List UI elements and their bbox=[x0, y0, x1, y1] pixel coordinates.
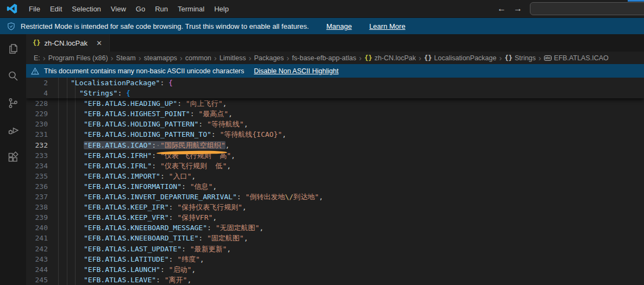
breadcrumb-item-program-files-x86-[interactable]: Program Files (x86) bbox=[48, 54, 108, 62]
code-line[interactable]: 230"EFB.ATLAS.HOLDING_PATTERN": "等待航线", bbox=[26, 119, 644, 129]
code-content[interactable]: "Strings": { bbox=[58, 88, 644, 98]
code-content[interactable]: "EFB.ATLAS.LEAVE": "离开", bbox=[58, 275, 644, 285]
code-lines: 228"EFB.ATLAS.HEADING_UP": "向上飞行",229"EF… bbox=[26, 98, 644, 285]
line-number[interactable]: 244 bbox=[26, 264, 48, 275]
menu-item-run[interactable]: Run bbox=[150, 3, 173, 15]
breadcrumb-item-strings[interactable]: {}Strings bbox=[504, 54, 535, 62]
menu-item-go[interactable]: Go bbox=[131, 3, 150, 15]
line-number[interactable]: 243 bbox=[26, 254, 48, 264]
activitybar-search-icon[interactable] bbox=[6, 69, 20, 83]
code-content[interactable]: "EFB.ATLAS.HOLDING_PATTERN": "等待航线", bbox=[58, 119, 644, 129]
code-line[interactable]: 233"EFB.ATLAS.IFRH": "仪表 飞行规则 高", bbox=[26, 150, 644, 161]
menu-item-terminal[interactable]: Terminal bbox=[173, 3, 209, 15]
code-line[interactable]: 245"EFB.ATLAS.LEAVE": "离开", bbox=[26, 275, 644, 285]
punctuation: : bbox=[190, 110, 195, 118]
menu-item-selection[interactable]: Selection bbox=[67, 3, 105, 15]
code-line[interactable]: 244"EFB.ATLAS.LAUNCH": "启动", bbox=[26, 264, 644, 275]
breadcrumb-item-localisationpackage[interactable]: {}LocalisationPackage bbox=[424, 54, 496, 62]
nav-forward-icon[interactable]: → bbox=[514, 4, 522, 13]
activitybar-run-and-debug-icon[interactable] bbox=[6, 123, 20, 137]
breadcrumb-item-zh-cn-locpak[interactable]: {}zh-CN.locPak bbox=[364, 54, 416, 62]
breadcrumb-item-steamapps[interactable]: steamapps bbox=[144, 54, 177, 62]
line-number[interactable]: 228 bbox=[26, 98, 48, 109]
code-content[interactable]: "EFB.ATLAS.KEEP_IFR": "保持仪表飞行规则", bbox=[58, 202, 644, 212]
code-line[interactable]: 234"EFB.ATLAS.IFRL": "仪表飞行规则 低", bbox=[26, 161, 644, 171]
code-line[interactable]: 229"EFB.ATLAS.HIGHEST_POINT": "最高点", bbox=[26, 109, 644, 119]
code-content[interactable]: "EFB.ATLAS.LATITUDE": "纬度", bbox=[58, 254, 644, 264]
manage-link[interactable]: Manage bbox=[326, 22, 352, 30]
code-content[interactable]: "EFB.ATLAS.LAUNCH": "启动", bbox=[58, 264, 644, 275]
breadcrumb-item-fs-base-efb-app-atlas[interactable]: fs-base-efb-app-atlas bbox=[292, 54, 356, 62]
code-content[interactable]: "EFB.ATLAS.KNEEBOARD_MESSAGE": "无固定航图", bbox=[58, 223, 644, 233]
code-line[interactable]: 228"EFB.ATLAS.HEADING_UP": "向上飞行", bbox=[26, 98, 644, 109]
code-content[interactable]: "EFB.ATLAS.IFRH": "仪表 飞行规则 高", bbox=[58, 150, 644, 161]
line-number[interactable]: 239 bbox=[26, 212, 48, 223]
menu-item-view[interactable]: View bbox=[106, 3, 131, 15]
code-content[interactable]: "EFB.ATLAS.HOLDING_PATTERN_TO": "等待航线{IC… bbox=[58, 129, 644, 140]
breadcrumb-item-efb-atlas-icao[interactable]: abcEFB.ATLAS.ICAO bbox=[544, 54, 609, 62]
menu-item-file[interactable]: File bbox=[24, 3, 45, 15]
activitybar-explorer-icon[interactable] bbox=[6, 42, 20, 56]
line-number[interactable]: 240 bbox=[26, 223, 48, 233]
code-line[interactable]: 241"EFB.ATLAS.KNEEBOARD_TITLE": "固定航图", bbox=[26, 233, 644, 243]
code-line[interactable]: 237"EFB.ATLAS.INVERT_DEPARTURE_ARRIVAL":… bbox=[26, 192, 644, 202]
command-center-searchbox[interactable] bbox=[530, 2, 644, 15]
tab-strip: {} zh-CN.locPak ✕ bbox=[26, 34, 644, 52]
learn-more-link[interactable]: Learn More bbox=[369, 22, 405, 30]
code-content[interactable]: "EFB.ATLAS.LAST_UPDATE": "最新更新", bbox=[58, 244, 644, 254]
breadcrumb-separator-icon: › bbox=[359, 54, 361, 62]
code-line[interactable]: 236"EFB.ATLAS.INFORMATION": "信息", bbox=[26, 181, 644, 192]
code-line[interactable]: 240"EFB.ATLAS.KNEEBOARD_MESSAGE": "无固定航图… bbox=[26, 223, 644, 233]
code-line[interactable]: 243"EFB.ATLAS.LATITUDE": "纬度", bbox=[26, 254, 644, 264]
code-content[interactable]: "EFB.ATLAS.KEEP_VFR": "保持VFR", bbox=[58, 212, 644, 223]
code-content[interactable]: "LocalisationPackage": { bbox=[58, 78, 644, 88]
code-content[interactable]: "EFB.ATLAS.IMPORT": "入口", bbox=[58, 171, 644, 181]
code-content[interactable]: "EFB.ATLAS.HEADING_UP": "向上飞行", bbox=[58, 98, 644, 109]
tab-zh-cn-locpak[interactable]: {} zh-CN.locPak ✕ bbox=[26, 34, 110, 52]
breadcrumb-item-common[interactable]: common bbox=[185, 54, 211, 62]
breadcrumb-item-packages[interactable]: Packages bbox=[254, 54, 284, 62]
sticky-line[interactable]: 2"LocalisationPackage": { bbox=[26, 78, 644, 88]
line-number[interactable]: 4 bbox=[26, 88, 48, 98]
line-number[interactable]: 241 bbox=[26, 233, 48, 243]
disable-non-ascii-link[interactable]: Disable Non ASCII Highlight bbox=[254, 67, 339, 75]
code-content[interactable]: "EFB.ATLAS.INVERT_DEPARTURE_ARRIVAL": "倒… bbox=[58, 192, 644, 202]
line-number[interactable]: 236 bbox=[26, 181, 48, 192]
menu-item-edit[interactable]: Edit bbox=[45, 3, 67, 15]
code-content[interactable]: "EFB.ATLAS.IFRL": "仪表飞行规则 低", bbox=[58, 161, 644, 171]
line-number[interactable]: 231 bbox=[26, 129, 48, 140]
menu-item-help[interactable]: Help bbox=[209, 3, 234, 15]
code-content[interactable]: "EFB.ATLAS.ICAO":·"国际民用航空组织", bbox=[58, 140, 644, 150]
breadcrumb-item-steam[interactable]: Steam bbox=[116, 54, 136, 62]
code-content[interactable]: "EFB.ATLAS.KNEEBOARD_TITLE": "固定航图", bbox=[58, 233, 644, 243]
code-line[interactable]: 231"EFB.ATLAS.HOLDING_PATTERN_TO": "等待航线… bbox=[26, 129, 644, 140]
code-line[interactable]: 235"EFB.ATLAS.IMPORT": "入口", bbox=[26, 171, 644, 181]
line-number[interactable]: 234 bbox=[26, 161, 48, 171]
line-number[interactable]: 238 bbox=[26, 202, 48, 212]
line-number[interactable]: 245 bbox=[26, 275, 48, 285]
line-number[interactable]: 235 bbox=[26, 171, 48, 181]
activitybar-extensions-icon[interactable] bbox=[6, 150, 20, 164]
line-number[interactable]: 242 bbox=[26, 244, 48, 254]
line-number[interactable]: 233 bbox=[26, 150, 48, 161]
breadcrumb-item-e-[interactable]: E: bbox=[34, 54, 40, 62]
line-number[interactable]: 230 bbox=[26, 119, 48, 129]
nav-back-icon[interactable]: ← bbox=[497, 4, 506, 13]
code-line[interactable]: 242"EFB.ATLAS.LAST_UPDATE": "最新更新", bbox=[26, 244, 644, 254]
line-number[interactable]: 2 bbox=[26, 78, 48, 88]
code-line[interactable]: 239"EFB.ATLAS.KEEP_VFR": "保持VFR", bbox=[26, 212, 644, 223]
json-value: "纬度" bbox=[177, 255, 200, 263]
line-number[interactable]: 237 bbox=[26, 192, 48, 202]
code-content[interactable]: "EFB.ATLAS.HIGHEST_POINT": "最高点", bbox=[58, 109, 644, 119]
brace: { bbox=[168, 79, 173, 87]
line-number[interactable]: 232 bbox=[26, 140, 48, 150]
tab-close-icon[interactable]: ✕ bbox=[95, 39, 104, 48]
code-editor[interactable]: 2"LocalisationPackage": {4"Strings": { 2… bbox=[26, 78, 644, 285]
code-content[interactable]: "EFB.ATLAS.INFORMATION": "信息", bbox=[58, 181, 644, 192]
activitybar-source-control-icon[interactable] bbox=[6, 96, 20, 110]
line-number[interactable]: 229 bbox=[26, 109, 48, 119]
sticky-line[interactable]: 4"Strings": { bbox=[26, 88, 644, 98]
breadcrumb-item-limitless[interactable]: Limitless bbox=[220, 54, 246, 62]
code-line[interactable]: 238"EFB.ATLAS.KEEP_IFR": "保持仪表飞行规则", bbox=[26, 202, 644, 212]
code-line[interactable]: 232"EFB.ATLAS.ICAO":·"国际民用航空组织", bbox=[26, 140, 644, 150]
